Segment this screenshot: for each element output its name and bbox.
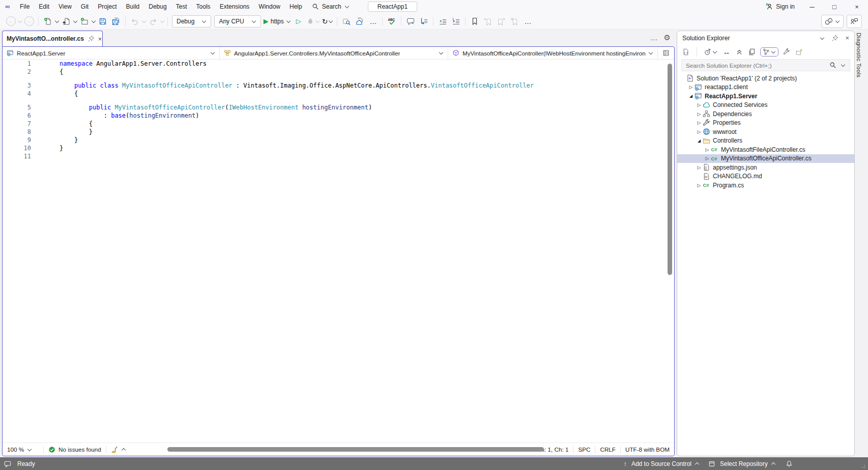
expander-icon[interactable]: ▷ <box>696 120 703 125</box>
tree-item-dependencies[interactable]: ▷Dependencies <box>677 109 854 119</box>
select-repository-button[interactable]: Select Repository <box>720 460 776 467</box>
open-file-button[interactable] <box>60 15 73 27</box>
switch-views-button[interactable] <box>681 47 690 57</box>
menu-help[interactable]: Help <box>285 0 307 13</box>
menu-extensions[interactable]: Extensions <box>215 0 254 13</box>
start-debugging-button[interactable]: ▶ https <box>263 15 292 27</box>
paste-with-indent-button[interactable] <box>417 15 430 27</box>
expander-icon[interactable]: ▷ <box>696 165 703 170</box>
search-menu[interactable]: Search <box>307 0 355 13</box>
chevron-up-icon[interactable] <box>122 448 126 452</box>
menu-window[interactable]: Window <box>254 0 285 13</box>
tree-item-appsettings-json[interactable]: ▷appsettings.json <box>677 163 854 172</box>
close-tab-icon[interactable]: × <box>98 35 102 43</box>
toggle-bookmark-button[interactable] <box>468 15 481 27</box>
chevron-down-icon[interactable] <box>820 35 824 39</box>
editor-settings-gear-icon[interactable]: ⚙ <box>664 34 671 41</box>
menu-test[interactable]: Test <box>171 0 192 13</box>
close-button[interactable]: × <box>846 0 868 13</box>
sync-with-active-document-button[interactable] <box>353 15 366 27</box>
code-editor[interactable]: 1namespace AngularApp1.Server.Controller… <box>3 60 674 443</box>
find-in-files-button[interactable] <box>340 15 353 27</box>
decrease-indent-button[interactable] <box>436 15 449 27</box>
horizontal-scrollbar-thumb[interactable] <box>167 447 544 452</box>
tree-item-changelog-md[interactable]: CHANGELOG.md <box>677 172 854 181</box>
close-panel-icon[interactable]: × <box>845 34 849 42</box>
pin-tab-icon[interactable] <box>88 35 95 42</box>
sync-with-active-document-toggle[interactable] <box>760 47 778 57</box>
tree-item-program-cs[interactable]: ▷Program.cs <box>677 181 854 190</box>
tree-item-properties[interactable]: ▷Properties <box>677 119 854 128</box>
save-all-button[interactable] <box>109 15 123 27</box>
increase-indent-button[interactable] <box>449 15 462 27</box>
expander-icon[interactable]: ▷ <box>696 183 703 188</box>
horizontal-scrollbar[interactable] <box>136 443 528 456</box>
diagnostic-tools-tab[interactable]: Diagnostic Tools <box>856 33 862 77</box>
expander-icon[interactable]: ▷ <box>704 147 711 152</box>
tree-item-controllers[interactable]: ◢Controllers <box>677 136 854 146</box>
tree-item-reactapp1-server[interactable]: ◢ReactApp1.Server <box>677 92 854 101</box>
tree-item-connected-services[interactable]: ▷Connected Services <box>677 101 854 110</box>
expander-icon[interactable]: ▷ <box>696 102 703 107</box>
menu-file[interactable]: File <box>15 0 34 13</box>
pin-panel-icon[interactable] <box>831 35 838 42</box>
properties-button[interactable] <box>782 47 791 57</box>
line-endings-indicator[interactable]: CRLF <box>595 443 620 456</box>
member-dropdown[interactable]: MyVintasoftOfficeApiController(IWebHostE… <box>448 47 657 59</box>
solution-title-pill[interactable]: ReactApp1 <box>368 2 417 12</box>
bookmarks-overflow-button[interactable]: … <box>521 15 534 27</box>
start-without-debugging-button[interactable]: ▷ <box>292 15 305 27</box>
tree-item-solution-reactapp1-2-of-2-projects[interactable]: Solution 'ReactApp1' (2 of 2 projects) <box>677 74 854 83</box>
solution-configuration-dropdown[interactable]: Debug <box>172 15 211 27</box>
menu-git[interactable]: Git <box>76 0 93 13</box>
spell-checker-button[interactable] <box>385 15 398 27</box>
chevron-down-icon[interactable] <box>92 18 96 22</box>
chevron-down-icon[interactable] <box>841 63 845 67</box>
refresh-button[interactable]: ↻ <box>321 15 335 27</box>
pending-changes-filter-button[interactable] <box>703 47 718 57</box>
expander-icon[interactable]: ◢ <box>687 94 695 98</box>
menu-build[interactable]: Build <box>122 0 144 13</box>
bell-icon[interactable] <box>786 460 793 467</box>
send-feedback-button[interactable] <box>847 15 862 28</box>
chevron-down-icon[interactable] <box>55 18 59 22</box>
project-dropdown[interactable]: ReactApp1.Server <box>3 47 220 59</box>
issues-indicator[interactable]: No issues found <box>44 443 106 456</box>
document-options-ellipsis-icon[interactable]: … <box>651 34 658 41</box>
solution-platform-dropdown[interactable]: Any CPU <box>214 15 261 27</box>
new-file-button[interactable] <box>41 15 54 27</box>
expander-icon[interactable]: ◢ <box>696 139 703 143</box>
tree-item-reactapp1-client[interactable]: ▷reactapp1.client <box>677 83 854 92</box>
tree-item-myvintasoftfileapicontroller-cs[interactable]: ▷MyVintasoftFileApiController.cs <box>677 145 854 154</box>
menu-debug[interactable]: Debug <box>144 0 171 13</box>
expander-icon[interactable]: ▷ <box>687 85 695 90</box>
solution-explorer-search[interactable]: Search Solution Explorer (Ctrl+;) <box>681 59 850 71</box>
chevron-down-icon[interactable] <box>73 18 77 22</box>
menu-tools[interactable]: Tools <box>192 0 215 13</box>
expander-icon[interactable]: ▷ <box>704 156 711 161</box>
document-tab[interactable]: MyVintasoftO...ontroller.cs × <box>2 31 103 46</box>
zoom-dropdown[interactable]: 100 % <box>3 443 43 456</box>
toolbar-overflow-button[interactable]: … <box>366 15 380 27</box>
maximize-button[interactable]: □ <box>823 0 846 13</box>
toggle-comment-button[interactable] <box>404 15 417 27</box>
sync-selection-button[interactable]: ↔ <box>722 47 731 57</box>
menu-edit[interactable]: Edit <box>34 0 54 13</box>
new-item-button[interactable] <box>795 47 804 57</box>
collapse-all-button[interactable] <box>735 47 744 57</box>
tree-item-wwwroot[interactable]: ▷wwwroot <box>677 127 854 136</box>
speech-bubble-icon[interactable] <box>4 460 11 467</box>
resize-grip[interactable] <box>861 463 866 468</box>
expander-icon[interactable]: ▷ <box>696 112 703 117</box>
code-cleanup-button[interactable] <box>106 443 131 456</box>
spaces-indicator[interactable]: SPC <box>573 443 595 456</box>
minimize-button[interactable]: ─ <box>801 0 823 13</box>
menu-view[interactable]: View <box>54 0 76 13</box>
type-dropdown[interactable]: AngularApp1.Server.Controllers.MyVintaso… <box>220 47 448 59</box>
menu-project[interactable]: Project <box>93 0 121 13</box>
save-button[interactable] <box>96 15 109 27</box>
tree-item-myvintasoftofficeapicontroller-cs[interactable]: ▷MyVintasoftOfficeApiController.cs <box>677 154 854 163</box>
split-window-button[interactable] <box>657 47 674 59</box>
encoding-indicator[interactable]: UTF-8 with BOM <box>621 443 674 456</box>
add-to-source-control-button[interactable]: Add to Source Control <box>631 460 700 467</box>
